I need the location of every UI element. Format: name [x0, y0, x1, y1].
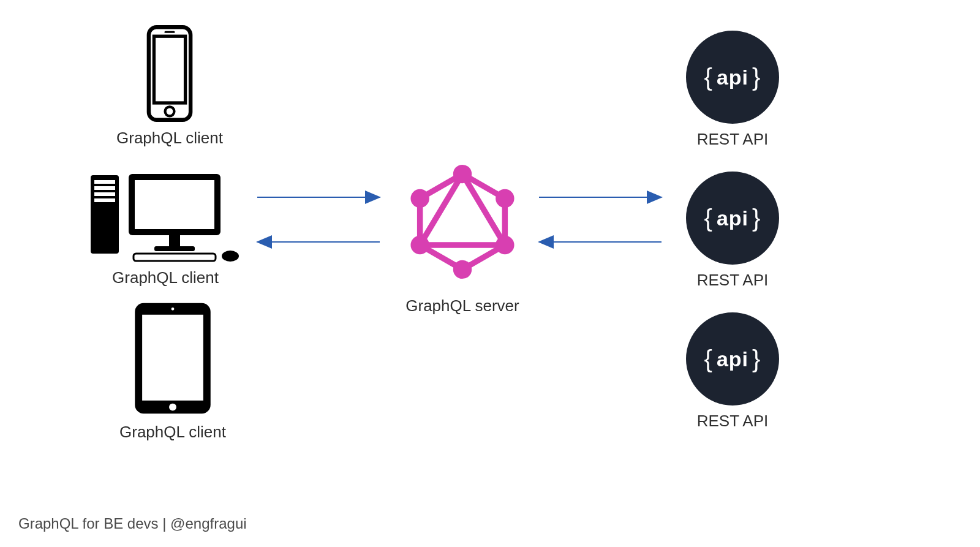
- svg-marker-20: [420, 174, 505, 245]
- svg-rect-11: [169, 235, 180, 246]
- svg-rect-3: [164, 31, 175, 33]
- client-label: GraphQL client: [116, 129, 223, 148]
- svg-rect-7: [94, 192, 115, 196]
- rest-api-2: {api} REST API: [686, 172, 779, 290]
- svg-rect-1: [154, 36, 185, 103]
- svg-rect-12: [154, 246, 195, 251]
- svg-point-18: [172, 307, 175, 311]
- svg-rect-6: [94, 186, 115, 190]
- svg-point-21: [453, 165, 472, 183]
- api-label: REST API: [697, 130, 769, 149]
- svg-rect-8: [94, 198, 115, 202]
- svg-rect-5: [94, 180, 115, 184]
- svg-rect-16: [142, 315, 203, 401]
- client-smartphone: GraphQL client: [116, 25, 223, 148]
- svg-point-14: [222, 251, 239, 262]
- rest-api-1: {api} REST API: [686, 31, 779, 149]
- client-label: GraphQL client: [119, 423, 226, 442]
- server-label: GraphQL server: [405, 296, 519, 315]
- rest-api-3: {api} REST API: [686, 312, 779, 431]
- architecture-diagram: GraphQL client GraphQL client: [0, 0, 980, 547]
- svg-point-24: [453, 260, 472, 279]
- client-desktop: GraphQL client: [86, 170, 245, 287]
- api-label: REST API: [697, 271, 769, 290]
- api-badge-icon: {api}: [686, 312, 779, 406]
- slide-footer: GraphQL for BE devs | @engfragui: [18, 515, 247, 532]
- api-badge-icon: {api}: [686, 172, 779, 265]
- graphql-logo-icon: [404, 160, 521, 283]
- client-tablet: GraphQL client: [119, 300, 226, 442]
- svg-point-25: [410, 236, 429, 254]
- svg-point-2: [165, 107, 174, 116]
- api-badge-icon: {api}: [686, 31, 779, 124]
- desktop-computer-icon: [86, 170, 245, 262]
- api-label: REST API: [697, 412, 769, 431]
- svg-point-22: [496, 189, 514, 208]
- graphql-server: GraphQL server: [404, 160, 521, 315]
- client-label: GraphQL client: [112, 268, 219, 287]
- svg-point-26: [410, 189, 429, 208]
- svg-rect-13: [134, 254, 216, 261]
- tablet-icon: [127, 300, 219, 417]
- svg-point-17: [169, 404, 176, 411]
- smartphone-icon: [124, 25, 216, 123]
- svg-point-23: [496, 236, 514, 254]
- svg-rect-10: [135, 180, 214, 229]
